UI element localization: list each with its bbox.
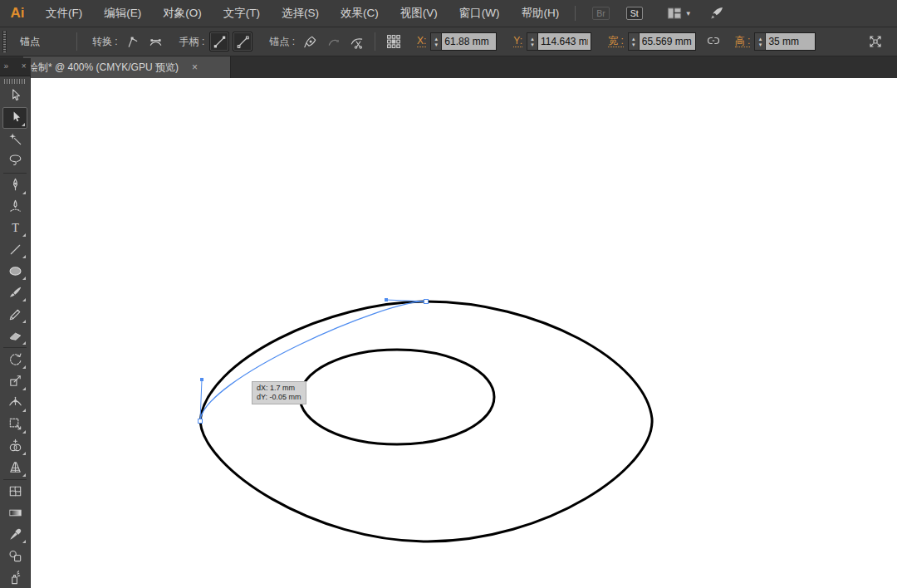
gpu-performance-button[interactable]: [703, 0, 730, 27]
convert-label: 转换 :: [92, 35, 118, 49]
width-stepper[interactable]: ▴ ▾: [628, 32, 640, 51]
show-handles-button[interactable]: [209, 32, 229, 51]
bezier-preview-curve[interactable]: [200, 301, 426, 421]
curve-node-icon: [326, 34, 341, 50]
eraser-icon: [7, 328, 23, 344]
lasso-tool[interactable]: [2, 150, 27, 172]
left-handle-endpoint[interactable]: [200, 378, 203, 381]
controlbar-context-label: 锚点: [20, 35, 40, 49]
isolate-object-button[interactable]: [384, 32, 404, 51]
stepper-down-icon[interactable]: ▾: [531, 42, 534, 47]
y-input[interactable]: [538, 32, 591, 51]
pen-icon: [7, 177, 23, 193]
perspective-grid-tool[interactable]: [2, 457, 27, 478]
tools-panel: » × T: [0, 58, 31, 588]
stepper-down-icon[interactable]: ▾: [759, 42, 762, 47]
mesh-tool[interactable]: [2, 481, 27, 502]
x-label[interactable]: X:: [417, 36, 426, 47]
tab-close-icon[interactable]: ×: [189, 61, 201, 73]
tools-panel-grip[interactable]: [4, 79, 26, 84]
selection-tool[interactable]: [2, 86, 27, 107]
x-field-group: X: ▴ ▾: [413, 32, 497, 51]
blend-icon: [7, 548, 23, 564]
pen-tool[interactable]: [2, 174, 27, 196]
menu-view[interactable]: 视图(V): [390, 0, 448, 27]
stepper-up-icon[interactable]: ▴: [435, 36, 439, 42]
stepper-up-icon[interactable]: ▴: [632, 36, 635, 42]
eyedropper-tool[interactable]: [2, 523, 27, 545]
x-stepper[interactable]: ▴ ▾: [430, 32, 442, 51]
artboard-canvas[interactable]: dX: 1.7 mm dY: -0.05 mm: [31, 78, 897, 588]
menu-select[interactable]: 选择(S): [271, 0, 330, 27]
top-handle-endpoint[interactable]: [385, 298, 388, 301]
stepper-up-icon[interactable]: ▴: [759, 36, 762, 42]
shape-builder-tool[interactable]: [2, 435, 27, 457]
pen-nib-icon: [302, 34, 318, 50]
document-tab[interactable]: 绘制* @ 400% (CMYK/GPU 预览) ×: [23, 56, 231, 78]
remove-anchor-button[interactable]: [300, 32, 320, 51]
top-anchor-point[interactable]: [424, 300, 429, 304]
width-input[interactable]: [640, 32, 696, 51]
hide-handles-icon: [235, 34, 251, 50]
menu-file[interactable]: 文件(F): [35, 0, 93, 27]
left-anchor-point[interactable]: [199, 419, 203, 424]
inner-ellipse-path[interactable]: [300, 350, 494, 444]
width-label[interactable]: 宽 :: [608, 36, 624, 47]
free-transform-tool[interactable]: [2, 414, 27, 435]
anchors-label: 锚点 :: [269, 35, 295, 49]
menu-window[interactable]: 窗口(W): [448, 0, 511, 27]
close-panel-icon[interactable]: ×: [22, 62, 27, 71]
artwork-layer: [31, 78, 897, 588]
height-input[interactable]: [766, 32, 816, 51]
ellipse-tool[interactable]: [2, 260, 27, 282]
outer-eye-path[interactable]: [200, 301, 652, 541]
bridge-button[interactable]: Br: [592, 7, 610, 21]
paintbrush-tool[interactable]: [2, 282, 27, 303]
cut-path-button[interactable]: [346, 32, 366, 51]
gradient-tool[interactable]: [2, 502, 27, 523]
scissors-path-icon: [349, 34, 365, 50]
scale-tool[interactable]: [2, 370, 27, 392]
height-label[interactable]: 高 :: [735, 36, 751, 47]
width-tool[interactable]: [2, 392, 27, 414]
y-label[interactable]: Y:: [513, 36, 522, 47]
lasso-icon: [7, 153, 23, 169]
x-input[interactable]: [442, 32, 497, 51]
collapse-panel-icon[interactable]: »: [4, 62, 9, 71]
convert-to-corner-button[interactable]: [123, 32, 143, 51]
menu-help[interactable]: 帮助(H): [510, 0, 570, 27]
document-title: 绘制* @ 400% (CMYK/GPU 预览): [28, 61, 179, 75]
stock-button[interactable]: St: [626, 7, 643, 21]
magic-wand-tool[interactable]: [2, 129, 27, 150]
line-segment-tool[interactable]: [2, 238, 27, 260]
curvature-tool[interactable]: [2, 196, 27, 218]
pencil-tool[interactable]: [2, 303, 27, 325]
convert-to-smooth-button[interactable]: [146, 32, 166, 51]
menu-edit[interactable]: 编辑(E): [93, 0, 152, 27]
stepper-down-icon[interactable]: ▾: [632, 42, 635, 47]
symbol-sprayer-tool[interactable]: [2, 566, 27, 588]
menu-effect[interactable]: 效果(C): [330, 0, 390, 27]
eraser-tool[interactable]: [2, 325, 27, 346]
menu-type[interactable]: 文字(T): [213, 0, 271, 27]
menu-object[interactable]: 对象(O): [152, 0, 213, 27]
height-field-group: 高 : ▴ ▾: [731, 32, 816, 51]
link-dimensions-button[interactable]: [703, 32, 723, 51]
stepper-down-icon[interactable]: ▾: [435, 42, 439, 47]
controlbar-grip[interactable]: [2, 31, 7, 52]
tools-panel-header: » ×: [0, 58, 31, 76]
stepper-up-icon[interactable]: ▴: [531, 36, 534, 42]
free-distort-button[interactable]: [865, 32, 885, 51]
height-stepper[interactable]: ▴ ▾: [754, 32, 766, 51]
tooltip-dx: dX: 1.7 mm: [257, 384, 301, 393]
pencil-icon: [7, 306, 23, 322]
direct-selection-tool[interactable]: [2, 107, 27, 129]
type-icon: T: [7, 220, 23, 236]
blend-tool[interactable]: [2, 545, 27, 566]
y-stepper[interactable]: ▴ ▾: [527, 32, 538, 51]
hide-handles-button[interactable]: [233, 32, 252, 51]
workspace-switcher-button[interactable]: ▼: [661, 0, 697, 27]
rotate-tool[interactable]: [2, 349, 27, 370]
type-tool[interactable]: T: [2, 217, 27, 238]
connect-anchors-button[interactable]: [323, 32, 343, 51]
